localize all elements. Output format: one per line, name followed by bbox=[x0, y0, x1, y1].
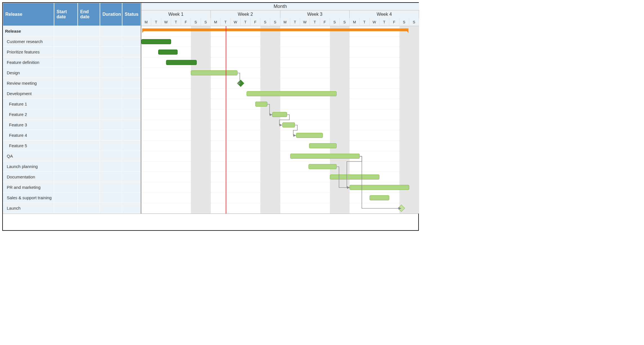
timeline-row[interactable] bbox=[141, 99, 419, 109]
task-name-cell[interactable]: QA bbox=[3, 151, 54, 161]
empty-cell[interactable] bbox=[54, 99, 78, 109]
empty-cell[interactable] bbox=[78, 99, 100, 109]
empty-cell[interactable] bbox=[78, 36, 100, 46]
gantt-bar[interactable] bbox=[296, 133, 323, 138]
empty-cell[interactable] bbox=[78, 182, 100, 192]
empty-cell[interactable] bbox=[54, 36, 78, 46]
table-row[interactable]: Customer research bbox=[3, 36, 141, 47]
gantt-bar[interactable] bbox=[191, 70, 238, 75]
empty-cell[interactable] bbox=[100, 120, 122, 130]
empty-cell[interactable] bbox=[122, 151, 141, 161]
gantt-bar[interactable] bbox=[309, 143, 337, 148]
empty-cell[interactable] bbox=[100, 68, 122, 78]
timeline-row[interactable] bbox=[141, 172, 419, 182]
task-name-cell[interactable]: Development bbox=[3, 88, 54, 98]
empty-cell[interactable] bbox=[78, 161, 100, 171]
timeline-row[interactable] bbox=[141, 151, 419, 162]
table-row[interactable]: Launch planning bbox=[3, 161, 141, 172]
table-row[interactable]: Feature 4 bbox=[3, 130, 141, 140]
empty-cell[interactable] bbox=[100, 36, 122, 46]
empty-cell[interactable] bbox=[122, 78, 141, 88]
empty-cell[interactable] bbox=[100, 182, 122, 192]
timeline-row[interactable] bbox=[141, 26, 419, 37]
empty-cell[interactable] bbox=[78, 172, 100, 182]
empty-cell[interactable] bbox=[100, 78, 122, 88]
timeline-row[interactable] bbox=[141, 47, 419, 57]
table-row[interactable]: Feature 1 bbox=[3, 99, 141, 109]
empty-cell[interactable] bbox=[100, 88, 122, 98]
timeline-row[interactable] bbox=[141, 68, 419, 78]
timeline-row[interactable] bbox=[141, 182, 419, 193]
empty-cell[interactable] bbox=[54, 57, 78, 67]
empty-cell[interactable] bbox=[78, 88, 100, 98]
empty-cell[interactable] bbox=[54, 88, 78, 98]
summary-bar[interactable] bbox=[142, 28, 408, 31]
empty-cell[interactable] bbox=[78, 57, 100, 67]
empty-cell[interactable] bbox=[100, 130, 122, 140]
gantt-bar[interactable] bbox=[282, 122, 295, 127]
timeline-row[interactable] bbox=[141, 89, 419, 99]
table-row[interactable]: Design bbox=[3, 68, 141, 78]
empty-cell[interactable] bbox=[54, 109, 78, 119]
gantt-bar[interactable] bbox=[255, 102, 267, 107]
task-name-cell[interactable]: Sales & support training bbox=[3, 192, 54, 203]
table-row[interactable]: Sales & support training bbox=[3, 192, 141, 203]
empty-cell[interactable] bbox=[122, 130, 141, 140]
table-row[interactable]: Prioritize features bbox=[3, 47, 141, 57]
timeline-row[interactable] bbox=[141, 162, 419, 172]
empty-cell[interactable] bbox=[122, 203, 141, 213]
empty-cell[interactable] bbox=[100, 203, 122, 213]
empty-cell[interactable] bbox=[122, 26, 141, 36]
table-row[interactable]: Feature 2 bbox=[3, 109, 141, 120]
table-row[interactable]: Feature definition bbox=[3, 57, 141, 68]
empty-cell[interactable] bbox=[78, 203, 100, 213]
milestone-diamond-icon[interactable] bbox=[398, 205, 405, 212]
table-row[interactable]: Documentation bbox=[3, 172, 141, 182]
gantt-bar[interactable] bbox=[350, 185, 409, 190]
timeline-row[interactable] bbox=[141, 120, 419, 130]
table-row[interactable]: Feature 5 bbox=[3, 140, 141, 151]
gantt-bar[interactable] bbox=[247, 91, 337, 96]
empty-cell[interactable] bbox=[100, 140, 122, 151]
empty-cell[interactable] bbox=[122, 88, 141, 98]
empty-cell[interactable] bbox=[54, 120, 78, 130]
empty-cell[interactable] bbox=[122, 192, 141, 203]
empty-cell[interactable] bbox=[122, 47, 141, 57]
task-name-cell[interactable]: Customer research bbox=[3, 36, 54, 46]
table-row[interactable]: Development bbox=[3, 88, 141, 99]
gantt-bar[interactable] bbox=[308, 164, 337, 169]
empty-cell[interactable] bbox=[100, 26, 122, 36]
empty-cell[interactable] bbox=[54, 172, 78, 182]
empty-cell[interactable] bbox=[122, 161, 141, 171]
empty-cell[interactable] bbox=[54, 78, 78, 88]
task-name-cell[interactable]: Prioritize features bbox=[3, 47, 54, 57]
gantt-bar[interactable] bbox=[166, 60, 197, 65]
empty-cell[interactable] bbox=[122, 99, 141, 109]
empty-cell[interactable] bbox=[54, 47, 78, 57]
task-name-cell[interactable]: Feature 1 bbox=[3, 99, 54, 109]
table-row[interactable]: Launch bbox=[3, 203, 141, 213]
timeline-row[interactable] bbox=[141, 141, 419, 151]
gantt-bar[interactable] bbox=[141, 39, 171, 44]
gantt-bar[interactable] bbox=[158, 50, 178, 55]
empty-cell[interactable] bbox=[54, 203, 78, 213]
milestone-diamond-icon[interactable] bbox=[237, 80, 244, 87]
empty-cell[interactable] bbox=[122, 140, 141, 151]
empty-cell[interactable] bbox=[100, 151, 122, 161]
gantt-bar[interactable] bbox=[330, 174, 379, 180]
empty-cell[interactable] bbox=[100, 192, 122, 203]
empty-cell[interactable] bbox=[54, 140, 78, 151]
task-name-cell[interactable]: Design bbox=[3, 68, 54, 78]
task-name-cell[interactable]: PR and marketing bbox=[3, 182, 54, 192]
empty-cell[interactable] bbox=[78, 120, 100, 130]
timeline-row[interactable] bbox=[141, 203, 419, 214]
empty-cell[interactable] bbox=[100, 109, 122, 119]
empty-cell[interactable] bbox=[122, 109, 141, 119]
timeline-row[interactable] bbox=[141, 78, 419, 89]
task-name-cell[interactable]: Feature 5 bbox=[3, 140, 54, 151]
empty-cell[interactable] bbox=[100, 57, 122, 67]
empty-cell[interactable] bbox=[78, 140, 100, 151]
task-name-cell[interactable]: Launch bbox=[3, 203, 54, 213]
empty-cell[interactable] bbox=[122, 57, 141, 67]
task-name-cell[interactable]: Documentation bbox=[3, 172, 54, 182]
